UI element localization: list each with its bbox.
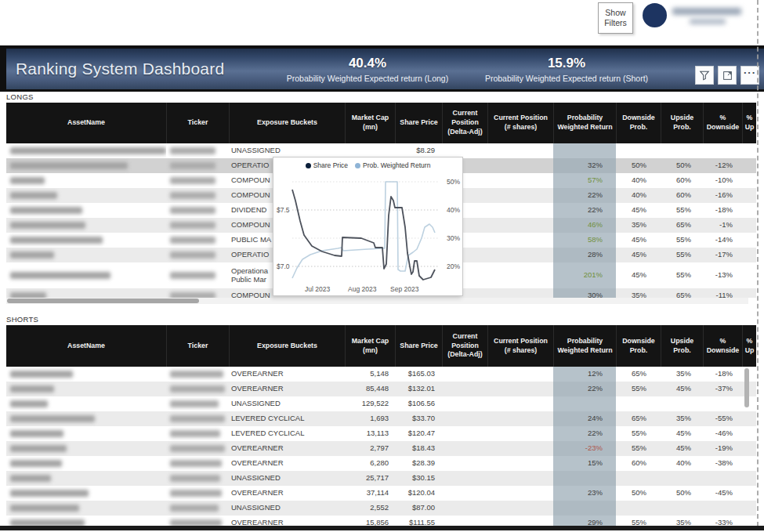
column-header-downside[interactable]: % Downside <box>703 103 742 143</box>
upside-prob-cell: 45% <box>661 441 703 456</box>
column-header-ticker[interactable]: Ticker <box>166 103 229 143</box>
current-shares-cell <box>487 233 553 248</box>
table-row[interactable]: OVEREARNER5,148$165.0312%65%35%-18% <box>6 367 756 382</box>
longs-scrollbar-thumb[interactable] <box>7 299 199 303</box>
asset-name-cell <box>6 426 166 441</box>
column-header-assetname[interactable]: AssetName <box>6 103 166 143</box>
column-header-upside-prob[interactable]: Upside Prob. <box>661 325 703 367</box>
column-header-probability-weighted-return[interactable]: Probability Weighted Return <box>553 325 616 367</box>
asset-name-cell <box>6 367 166 382</box>
downside-prob-cell: 35% <box>616 218 661 233</box>
market-cap-cell: 13,113 <box>345 426 395 441</box>
column-header-share-price[interactable]: Share Price <box>395 325 442 367</box>
market-cap-cell: 2,797 <box>345 441 395 456</box>
column-header-up[interactable]: % Up <box>742 103 756 143</box>
pct-downside-cell <box>703 396 742 411</box>
downside-prob-cell: 45% <box>616 203 661 218</box>
prob-weighted-return-cell: 12% <box>553 367 616 382</box>
pct-downside-cell: -19% <box>703 441 742 456</box>
downside-prob-cell: 50% <box>616 158 661 173</box>
share-price-cell: $87.00 <box>395 501 442 516</box>
visual-resize-border[interactable] <box>757 0 759 527</box>
current-position-cell <box>442 471 487 486</box>
prob-weighted-return-cell: 46% <box>553 218 616 233</box>
kpi-long-value: 40.4% <box>349 56 386 71</box>
shorts-section-label: SHORTS <box>6 315 38 324</box>
column-header-current-position-delta-adj[interactable]: Current Position (Delta-Adj) <box>442 103 487 143</box>
pct-downside-cell: -16% <box>703 188 742 203</box>
prob-weighted-return-cell: 22% <box>553 382 616 396</box>
column-header-current-position-shares[interactable]: Current Position (# shares) <box>487 325 553 367</box>
asset-name-cell <box>6 441 166 456</box>
table-row[interactable]: OVEREARNER37,114$120.0423%50%50%-45% <box>6 486 756 501</box>
table-row[interactable]: OVEREARNER15,856$111.5529%55%35%-33% <box>6 516 756 527</box>
longs-horizontal-scrollbar[interactable] <box>6 298 748 304</box>
upside-prob-cell <box>661 143 703 158</box>
column-header-exposure-buckets[interactable]: Exposure Buckets <box>229 325 345 367</box>
upside-prob-cell <box>661 396 703 411</box>
pct-upside-cell <box>742 188 756 203</box>
window-bottom-frame <box>0 526 764 530</box>
column-header-market-cap-mn[interactable]: Market Cap (mn) <box>345 103 395 143</box>
current-position-cell <box>442 456 487 471</box>
column-header-downside-prob[interactable]: Downside Prob. <box>616 325 661 367</box>
column-header-current-position-shares[interactable]: Current Position (# shares) <box>487 103 553 143</box>
table-row[interactable]: OVEREARNER85,448$132.0122%55%45%-37% <box>6 382 756 396</box>
table-row[interactable]: UNASSIGNED25,717$30.15 <box>6 471 756 486</box>
ticker-redacted-blur <box>170 272 215 279</box>
column-header-current-position-delta-adj[interactable]: Current Position (Delta-Adj) <box>442 325 487 367</box>
table-row[interactable]: OVEREARNER2,797$18.43-23%55%45%-19% <box>6 441 756 456</box>
table-row[interactable]: LEVERED CYCLICAL1,693$33.7024%65%35%-55% <box>6 411 756 426</box>
column-header-assetname[interactable]: AssetName <box>6 325 166 367</box>
name-redacted-blur <box>10 490 89 497</box>
exposure-bucket-cell: OVEREARNER <box>229 441 345 456</box>
exposure-bucket-cell: UNASSIGNED <box>229 471 345 486</box>
company-logo-subtext-blurred <box>690 19 726 24</box>
table-row[interactable]: LEVERED CYCLICAL13,113$120.4722%55%45%-4… <box>6 426 756 441</box>
pct-upside-cell <box>742 456 756 471</box>
ticker-redacted-blur <box>170 207 215 214</box>
column-header-downside-prob[interactable]: Downside Prob. <box>616 103 661 143</box>
share-price-cell: $120.47 <box>395 426 442 441</box>
kpi-short-label: Probability Weighted Expected return (Sh… <box>485 74 648 83</box>
exposure-bucket-cell: UNASSIGNED <box>229 396 345 411</box>
shorts-vertical-scrollbar[interactable] <box>744 368 749 407</box>
column-header-probability-weighted-return[interactable]: Probability Weighted Return <box>553 103 616 143</box>
ticker-cell <box>166 233 229 248</box>
column-header-share-price[interactable]: Share Price <box>395 103 442 143</box>
kpi-long-label: Probability Weighted Expected return (Lo… <box>287 74 448 83</box>
name-redacted-blur <box>10 371 73 378</box>
dashboard-banner: Ranking System Dashboard 40.4% Probabili… <box>0 45 764 92</box>
table-row[interactable]: OVEREARNER6,280$28.3915%60%40%-38% <box>6 456 756 471</box>
column-header-exposure-buckets[interactable]: Exposure Buckets <box>229 103 345 143</box>
show-filters-button[interactable]: Show Filters <box>598 2 633 34</box>
prob-weighted-return-cell: 201% <box>553 262 616 288</box>
current-position-cell <box>442 426 487 441</box>
longs-section-label: LONGS <box>6 92 34 101</box>
filter-icon-button[interactable] <box>695 66 714 85</box>
column-header-downside[interactable]: % Downside <box>703 325 742 367</box>
ticker-redacted-blur <box>170 385 225 393</box>
table-row[interactable]: UNASSIGNED129,522$106.56 <box>6 396 756 411</box>
current-shares-cell <box>487 143 553 158</box>
column-header-up[interactable]: % Up <box>742 325 756 367</box>
asset-name-cell <box>6 188 166 203</box>
ticker-redacted-blur <box>170 430 220 437</box>
prob-weighted-return-cell <box>553 471 616 486</box>
share-price-cell: $165.03 <box>395 367 442 382</box>
column-header-market-cap-mn[interactable]: Market Cap (mn) <box>345 325 395 367</box>
exposure-bucket-cell: LEVERED CYCLICAL <box>229 411 345 426</box>
downside-prob-cell: 45% <box>616 233 661 248</box>
asset-name-cell <box>6 143 166 158</box>
asset-name-cell <box>6 471 166 486</box>
focus-mode-button[interactable] <box>718 66 737 85</box>
asset-name-cell <box>6 233 166 248</box>
right-axis-tick: 30% <box>447 234 460 242</box>
prob-weighted-return-cell <box>553 396 616 411</box>
page-title: Ranking System Dashboard <box>6 49 282 89</box>
table-row[interactable]: UNASSIGNED2,552$87.00 <box>6 501 756 516</box>
ticker-redacted-blur <box>170 222 215 229</box>
ticker-cell <box>166 218 229 233</box>
column-header-upside-prob[interactable]: Upside Prob. <box>661 103 703 143</box>
column-header-ticker[interactable]: Ticker <box>166 325 229 367</box>
